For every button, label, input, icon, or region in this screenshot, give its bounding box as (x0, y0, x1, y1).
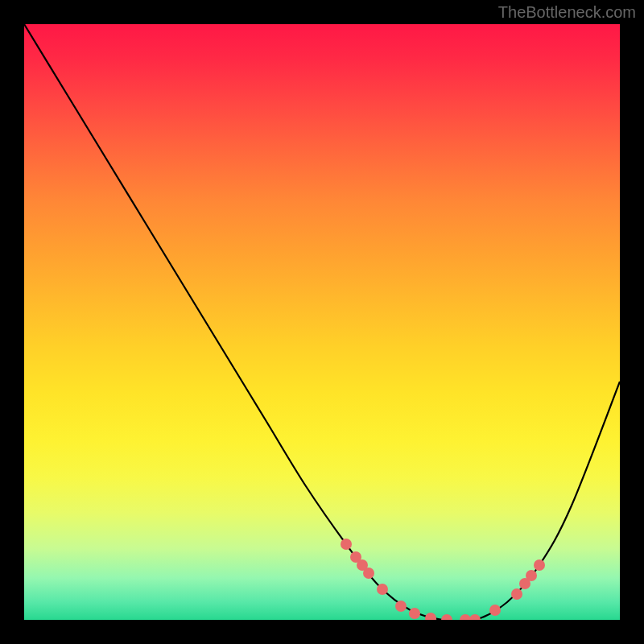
data-point (341, 539, 352, 550)
data-point (395, 601, 407, 612)
data-point (409, 608, 420, 619)
data-point (425, 613, 436, 620)
curve-svg (24, 24, 620, 620)
data-point (441, 614, 452, 620)
data-point (377, 584, 388, 595)
data-point (534, 559, 545, 571)
data-point (460, 614, 471, 620)
bottleneck-curve (24, 24, 620, 620)
chart-container (24, 24, 620, 620)
data-points-group (341, 539, 545, 620)
watermark-text: TheBottleneck.com (498, 3, 636, 22)
data-point (489, 605, 501, 616)
data-point (511, 588, 522, 600)
data-point (526, 570, 537, 581)
data-point (469, 614, 481, 620)
data-point (363, 568, 374, 579)
